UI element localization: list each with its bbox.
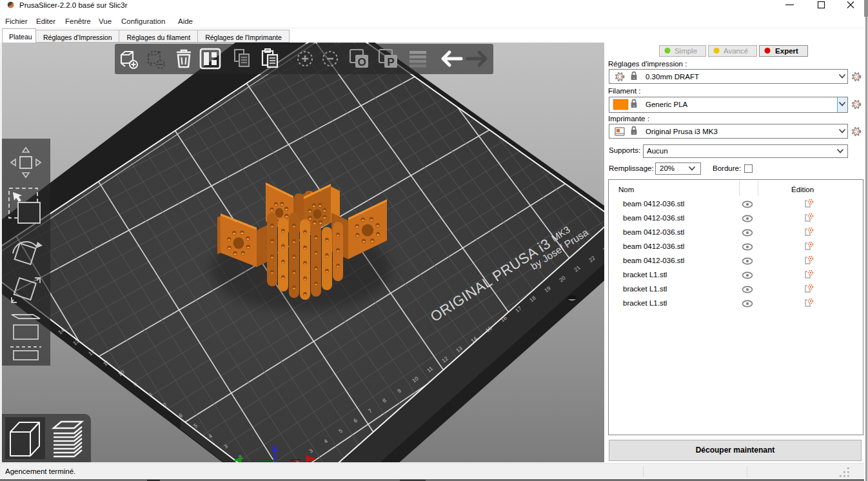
svg-text:P: P <box>387 56 394 68</box>
svg-text:O: O <box>357 56 366 68</box>
